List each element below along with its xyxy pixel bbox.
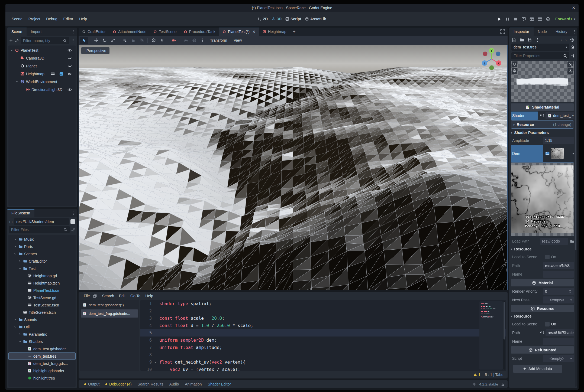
preview-camera-button[interactable]: [170, 37, 178, 44]
fs-item[interactable]: Music: [8, 236, 76, 243]
expander[interactable]: [14, 326, 18, 328]
eye-open-icon[interactable]: [67, 87, 72, 92]
dem-label[interactable]: Dem: [511, 145, 543, 162]
rotate-tool-button[interactable]: [101, 37, 108, 44]
run-specific-scene-button[interactable]: [538, 17, 542, 21]
clapper-icon[interactable]: [51, 72, 55, 76]
fs-item[interactable]: Shaders: [8, 338, 76, 345]
code-line-7[interactable]: 7uniform float amplitude;: [140, 344, 506, 351]
shader-parameters-section[interactable]: ▾ Shader Parameters: [511, 129, 574, 136]
shader-file-item[interactable]: dem_test.gdshader(*): [81, 301, 138, 309]
refcounted-header[interactable]: RefCounted: [511, 346, 574, 354]
warning-badge[interactable]: 1: [473, 373, 480, 377]
texture-resource-section[interactable]: ▾ Resource: [511, 246, 574, 252]
scene-tab-planettest-[interactable]: PlanetTest(*)✕: [219, 28, 259, 36]
distraction-free-icon[interactable]: [500, 29, 505, 34]
perspective-menu[interactable]: Perspective: [81, 47, 109, 54]
move-tool-button[interactable]: [92, 37, 100, 44]
bell-icon[interactable]: [472, 382, 476, 386]
eye-closed-icon[interactable]: [67, 64, 72, 68]
fs-item[interactable]: Scenes: [8, 250, 76, 257]
preview-sphere-icon[interactable]: [512, 61, 517, 67]
fs-item[interactable]: Parametric: [8, 331, 76, 338]
edited-object-dropdown[interactable]: dem_test.tres ▾: [511, 44, 569, 51]
fs-item[interactable]: TitleScreen.tscn: [8, 309, 76, 316]
play-button[interactable]: [497, 17, 502, 21]
file-plus-icon[interactable]: [512, 38, 516, 42]
code-line-10[interactable]: 10 vec2 uv = (vertex / scale);: [140, 366, 506, 371]
shader-value-dropdown[interactable]: dem_test_ ▾: [546, 112, 574, 119]
code-line-1[interactable]: 1shader_type spatial;: [140, 300, 506, 307]
fs-item[interactable]: Util: [8, 323, 76, 331]
history-forward-icon[interactable]: ›: [565, 38, 567, 42]
fs-item[interactable]: Sounds: [8, 316, 76, 323]
scene-tab-proceduraltank[interactable]: ProceduralTank: [180, 28, 219, 36]
inspector-dock-menu-icon[interactable]: [572, 28, 577, 36]
history-icon[interactable]: [570, 38, 575, 42]
bottom-tab-shader-editor[interactable]: Shader Editor: [205, 380, 234, 388]
scene-filter-input[interactable]: [23, 38, 61, 43]
fs-item[interactable]: highlight.gdshader: [8, 367, 76, 374]
expander[interactable]: [10, 49, 15, 52]
fs-item[interactable]: dem_test_frag.gds...: [8, 360, 76, 367]
close-window-button[interactable]: ✕: [572, 5, 575, 10]
bottom-tab-audio[interactable]: Audio: [166, 380, 182, 388]
dots-v-icon[interactable]: [71, 39, 75, 43]
shadermaterial-header[interactable]: ShaderMaterial: [511, 103, 574, 111]
resource-header[interactable]: Resource: [511, 305, 574, 312]
local-to-scene-checkbox[interactable]: [545, 255, 550, 259]
load-path-value[interactable]: res://.godo: [540, 238, 568, 245]
inspector-scrollbar[interactable]: [575, 61, 577, 387]
fs-item[interactable]: Heightmap.gd: [8, 272, 76, 279]
tab-import[interactable]: Import: [27, 28, 46, 36]
scene-node-row[interactable]: Heightmap: [8, 70, 76, 78]
next-pass-dropdown[interactable]: <empty> ▾: [543, 296, 574, 303]
run-scene-button[interactable]: [530, 17, 534, 21]
tab-scene[interactable]: Scene: [7, 28, 27, 36]
bottom-tab-animation[interactable]: Animation: [182, 380, 205, 388]
fs-filter-input[interactable]: [11, 227, 62, 232]
code-line-9[interactable]: 9▾float get_height_uv(vec2 vertex){: [140, 358, 506, 366]
view-menu[interactable]: View: [231, 38, 245, 43]
fs-item[interactable]: TestScene.tscn: [8, 301, 76, 309]
script-dropdown[interactable]: <empty> ▾: [543, 355, 574, 362]
fs-path[interactable]: res://Util/Shaders/dem: [14, 218, 69, 225]
lock-button[interactable]: [129, 37, 137, 44]
bottom-tab-output[interactable]: Output: [81, 380, 102, 388]
tab-node[interactable]: Node: [534, 28, 551, 36]
mode-assetlib[interactable]: AssetLib: [305, 17, 326, 21]
shader-file-item[interactable]: dem_test_frag.gdshade...: [81, 309, 138, 318]
run-current-scene-button[interactable]: [521, 17, 526, 21]
doc-search-icon[interactable]: [571, 45, 575, 49]
environment-settings-button[interactable]: [190, 37, 198, 44]
save-icon[interactable]: [527, 38, 532, 42]
resource-section[interactable]: ▾ Resource: [511, 313, 574, 319]
fs-item[interactable]: Heightmap.tscn: [8, 279, 76, 287]
mode-2d[interactable]: 2D: [258, 17, 268, 21]
history-back-icon[interactable]: ‹: [561, 38, 562, 42]
scene-tab-attachmentnode[interactable]: AttachmentNode: [109, 28, 150, 36]
fs-split-mode-icon[interactable]: [70, 219, 75, 224]
plus-icon[interactable]: [9, 39, 13, 43]
shader-menu-file[interactable]: File: [81, 294, 92, 298]
folder-icon[interactable]: [570, 239, 574, 243]
group-button[interactable]: [138, 37, 146, 44]
renderer-dropdown[interactable]: Forward+ ▾: [555, 17, 575, 21]
titlebar[interactable]: (*) PlanetTest.tscn - SpaceRace - Godot …: [5, 4, 579, 12]
material-header[interactable]: Material: [511, 279, 574, 286]
menu-debug[interactable]: Debug: [43, 15, 60, 23]
dem-texture-thumbnail[interactable]: [551, 148, 564, 159]
mode-script[interactable]: Script: [285, 17, 301, 21]
script-icon[interactable]: [59, 72, 63, 76]
link-icon[interactable]: [15, 39, 19, 43]
scene-tab-crafteditor[interactable]: CraftEditor: [79, 28, 109, 36]
filesystem-menu-icon[interactable]: [70, 209, 77, 217]
render-priority-field[interactable]: 0: [543, 288, 574, 295]
list-select-button[interactable]: [121, 37, 129, 44]
transform-menu[interactable]: Transform: [207, 38, 230, 43]
movie-maker-button[interactable]: [546, 17, 550, 21]
fs-forward-icon[interactable]: ›: [12, 220, 13, 224]
expander[interactable]: [14, 253, 18, 255]
stop-button[interactable]: [513, 17, 518, 21]
magnet-snap-button[interactable]: [158, 37, 166, 44]
